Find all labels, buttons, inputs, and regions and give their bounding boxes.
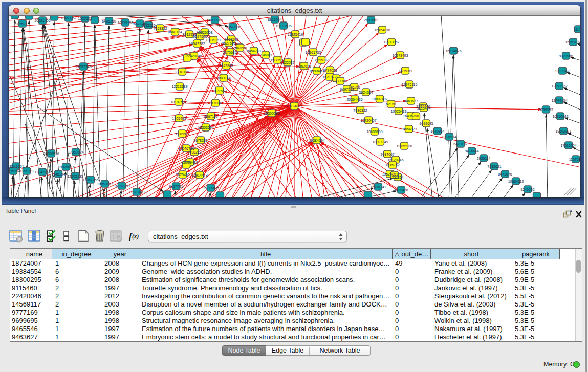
svg-text:1156819: 1156819 (20, 169, 34, 173)
svg-text:16210643: 16210643 (552, 115, 568, 118)
svg-text:8678332: 8678332 (193, 139, 207, 142)
svg-text:9329966: 9329966 (559, 54, 573, 58)
svg-text:9338934: 9338934 (442, 135, 456, 139)
svg-text:12505135: 12505135 (67, 174, 83, 178)
svg-text:7485063: 7485063 (398, 69, 412, 73)
svg-text:9457791: 9457791 (169, 185, 183, 188)
svg-text:19756928: 19756928 (396, 144, 412, 148)
svg-text:252254: 252254 (391, 176, 403, 179)
svg-text:1145194: 1145194 (52, 172, 66, 176)
svg-text:9777169: 9777169 (333, 79, 347, 83)
svg-text:10654112: 10654112 (508, 180, 524, 183)
svg-text:11923448: 11923448 (129, 190, 145, 194)
svg-text:11325419: 11325419 (288, 33, 303, 36)
svg-text:18300295: 18300295 (264, 112, 279, 115)
svg-text:6794028: 6794028 (323, 69, 337, 72)
svg-text:10719155: 10719155 (117, 21, 133, 25)
svg-text:9055713: 9055713 (15, 22, 29, 26)
svg-text:9084067: 9084067 (380, 152, 394, 156)
svg-text:22420046: 22420046 (186, 54, 202, 58)
svg-text:20206516: 20206516 (43, 152, 59, 156)
svg-text:16033809: 16033809 (207, 18, 223, 22)
svg-text:2718126: 2718126 (175, 70, 189, 74)
svg-text:16614876: 16614876 (445, 49, 461, 53)
svg-text:7663822: 7663822 (153, 27, 167, 30)
svg-text:9227342: 9227342 (555, 69, 569, 73)
svg-text:10653267: 10653267 (60, 16, 76, 20)
svg-text:16543382: 16543382 (189, 42, 205, 46)
svg-text:8267110: 8267110 (204, 115, 218, 118)
svg-text:15720407: 15720407 (360, 119, 376, 122)
svg-text:2867608: 2867608 (233, 46, 247, 50)
svg-text:6497568: 6497568 (340, 87, 354, 91)
svg-text:1615152: 1615152 (385, 163, 399, 167)
svg-text:6479197: 6479197 (453, 142, 467, 146)
svg-text:7832621: 7832621 (487, 165, 501, 168)
svg-text:7986322: 7986322 (353, 108, 367, 112)
svg-text:10688609: 10688609 (366, 130, 382, 134)
svg-text:18724007: 18724007 (286, 104, 302, 108)
svg-text:17957255: 17957255 (82, 178, 98, 182)
svg-text:1905493: 1905493 (172, 117, 186, 120)
svg-text:7955812: 7955812 (314, 58, 328, 62)
svg-text:9861546: 9861546 (224, 38, 238, 41)
svg-text:15751074: 15751074 (565, 40, 580, 44)
svg-text:2935114: 2935114 (477, 157, 491, 160)
svg-text:917004: 917004 (209, 101, 221, 105)
svg-text:12093372: 12093372 (551, 84, 567, 88)
svg-text:12444154: 12444154 (551, 99, 567, 102)
svg-text:19975887: 19975887 (58, 165, 74, 169)
svg-text:12213967: 12213967 (383, 40, 399, 44)
svg-text:9527506: 9527506 (193, 35, 207, 38)
svg-text:16099489: 16099489 (182, 161, 198, 164)
svg-text:16154838: 16154838 (374, 28, 390, 32)
svg-text:16136141: 16136141 (370, 185, 386, 189)
svg-text:10046786: 10046786 (178, 147, 194, 150)
svg-text:8427552: 8427552 (212, 89, 226, 93)
svg-text:6466160: 6466160 (102, 19, 116, 23)
svg-text:16782759: 16782759 (114, 184, 129, 188)
svg-text:12213389: 12213389 (171, 85, 187, 89)
svg-text:1916682: 1916682 (175, 132, 189, 136)
svg-text:9463627: 9463627 (404, 99, 418, 103)
svg-text:19218506: 19218506 (275, 24, 291, 28)
svg-text:8660124: 8660124 (168, 30, 182, 34)
svg-text:9113404: 9113404 (417, 106, 431, 110)
svg-text:8471676: 8471676 (498, 172, 512, 176)
svg-text:16120746: 16120746 (387, 158, 403, 162)
svg-text:19654923: 19654923 (401, 127, 417, 131)
svg-text:21053346: 21053346 (75, 65, 91, 69)
svg-text:9699695: 9699695 (419, 122, 433, 125)
svg-text:7357224: 7357224 (226, 25, 239, 29)
svg-text:16961755: 16961755 (305, 51, 321, 54)
svg-text:10958107: 10958107 (97, 182, 113, 186)
svg-text:19384554: 19384554 (309, 139, 324, 142)
svg-text:7625402: 7625402 (176, 173, 189, 177)
svg-text:62160: 62160 (386, 102, 396, 106)
svg-text:1621072: 1621072 (322, 75, 336, 79)
svg-text:15716485: 15716485 (203, 186, 219, 190)
svg-text:17016504: 17016504 (560, 144, 576, 147)
svg-text:10107552: 10107552 (170, 100, 186, 104)
svg-text:11172: 11172 (574, 28, 580, 31)
svg-text:8813054: 8813054 (268, 18, 281, 21)
svg-text:1640954: 1640954 (430, 129, 444, 133)
svg-text:6322037: 6322037 (280, 61, 294, 64)
svg-text:9474444: 9474444 (465, 149, 478, 153)
svg-text:1362615: 1362615 (297, 64, 311, 68)
svg-text:12942757: 12942757 (34, 170, 50, 174)
svg-text:20691406: 20691406 (34, 19, 50, 23)
svg-text:20364436: 20364436 (346, 98, 362, 101)
svg-text:9146821: 9146821 (258, 53, 272, 57)
svg-text:12975115: 12975115 (402, 83, 418, 86)
svg-text:10807487: 10807487 (372, 97, 387, 101)
svg-text:3175685: 3175685 (223, 51, 236, 54)
svg-text:17359924: 17359924 (68, 150, 83, 154)
svg-text:3915304: 3915304 (9, 169, 20, 173)
svg-text:15226058: 15226058 (197, 31, 212, 34)
svg-text:10025433: 10025433 (390, 110, 406, 113)
svg-text:1733426: 1733426 (394, 188, 408, 192)
svg-text:18845061: 18845061 (9, 165, 24, 168)
svg-text:9242848: 9242848 (219, 64, 233, 68)
svg-text:2087682: 2087682 (364, 18, 378, 22)
